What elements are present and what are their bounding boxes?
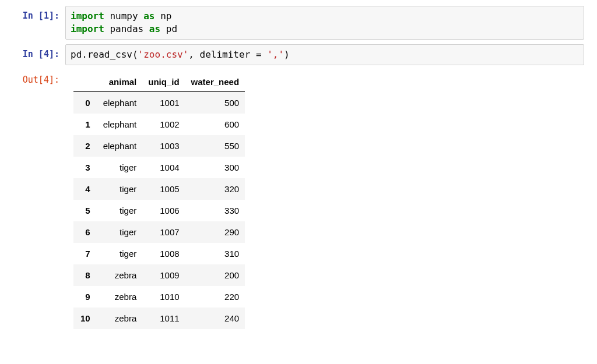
- table-row-index: 5: [73, 200, 97, 221]
- table-cell-uniq_id: 1004: [142, 157, 185, 178]
- table-col-water-need: water_need: [185, 72, 245, 92]
- dataframe-table: animal uniq_id water_need 0elephant10015…: [73, 72, 245, 329]
- table-row-index: 1: [73, 114, 97, 135]
- table-cell-animal: tiger: [97, 221, 143, 243]
- table-row: 3tiger1004300: [73, 157, 245, 178]
- table-cell-uniq_id: 1005: [142, 178, 185, 200]
- table-row: 7tiger1008310: [73, 243, 245, 264]
- table-cell-water_need: 320: [185, 178, 245, 200]
- code-input-4[interactable]: pd.read_csv('zoo.csv', delimiter = ','): [65, 44, 584, 65]
- table-cell-uniq_id: 1007: [142, 221, 185, 243]
- table-cell-water_need: 300: [185, 157, 245, 178]
- table-cell-uniq_id: 1002: [142, 114, 185, 135]
- table-cell-water_need: 310: [185, 243, 245, 264]
- table-cell-animal: zebra: [97, 286, 143, 308]
- table-row: 9zebra1010220: [73, 286, 245, 308]
- table-row-index: 9: [73, 286, 97, 308]
- table-cell-animal: zebra: [97, 264, 143, 286]
- table-row-index: 10: [73, 308, 97, 329]
- table-cell-uniq_id: 1010: [142, 286, 185, 308]
- table-cell-water_need: 550: [185, 135, 245, 157]
- table-cell-water_need: 600: [185, 114, 245, 135]
- code-cell: In [1]: import numpy as np import pandas…: [13, 6, 584, 40]
- table-row-index: 7: [73, 243, 97, 264]
- table-row: 8zebra1009200: [73, 264, 245, 286]
- output-cell: Out[4]: animal uniq_id water_need 0eleph…: [13, 70, 584, 329]
- table-cell-animal: tiger: [97, 243, 143, 264]
- table-index-header: [73, 72, 97, 92]
- table-row: 2elephant1003550: [73, 135, 245, 157]
- table-cell-uniq_id: 1003: [142, 135, 185, 157]
- table-row-index: 2: [73, 135, 97, 157]
- table-cell-uniq_id: 1006: [142, 200, 185, 221]
- table-cell-water_need: 200: [185, 264, 245, 286]
- table-cell-animal: tiger: [97, 157, 143, 178]
- output-area: animal uniq_id water_need 0elephant10015…: [65, 70, 584, 329]
- table-cell-animal: tiger: [97, 200, 143, 221]
- table-cell-water_need: 290: [185, 221, 245, 243]
- table-row: 5tiger1006330: [73, 200, 245, 221]
- table-header-row: animal uniq_id water_need: [73, 72, 245, 92]
- table-cell-animal: elephant: [97, 92, 143, 114]
- table-cell-uniq_id: 1011: [142, 308, 185, 329]
- table-row-index: 0: [73, 92, 97, 114]
- table-cell-animal: elephant: [97, 114, 143, 135]
- table-row-index: 6: [73, 221, 97, 243]
- table-cell-water_need: 240: [185, 308, 245, 329]
- output-prompt-4: Out[4]:: [13, 70, 65, 85]
- table-row-index: 3: [73, 157, 97, 178]
- input-prompt-1: In [1]:: [13, 6, 65, 21]
- input-prompt-4: In [4]:: [13, 44, 65, 59]
- table-cell-uniq_id: 1009: [142, 264, 185, 286]
- table-row: 0elephant1001500: [73, 92, 245, 114]
- table-col-animal: animal: [97, 72, 143, 92]
- table-row: 10zebra1011240: [73, 308, 245, 329]
- table-cell-water_need: 500: [185, 92, 245, 114]
- code-input-1[interactable]: import numpy as np import pandas as pd: [65, 6, 584, 40]
- table-row-index: 8: [73, 264, 97, 286]
- table-cell-animal: zebra: [97, 308, 143, 329]
- table-cell-water_need: 220: [185, 286, 245, 308]
- table-cell-uniq_id: 1008: [142, 243, 185, 264]
- table-col-uniq-id: uniq_id: [142, 72, 185, 92]
- table-row-index: 4: [73, 178, 97, 200]
- table-row: 6tiger1007290: [73, 221, 245, 243]
- table-row: 1elephant1002600: [73, 114, 245, 135]
- code-cell: In [4]: pd.read_csv('zoo.csv', delimiter…: [13, 44, 584, 65]
- table-cell-uniq_id: 1001: [142, 92, 185, 114]
- table-cell-animal: elephant: [97, 135, 143, 157]
- table-cell-water_need: 330: [185, 200, 245, 221]
- table-row: 4tiger1005320: [73, 178, 245, 200]
- table-cell-animal: tiger: [97, 178, 143, 200]
